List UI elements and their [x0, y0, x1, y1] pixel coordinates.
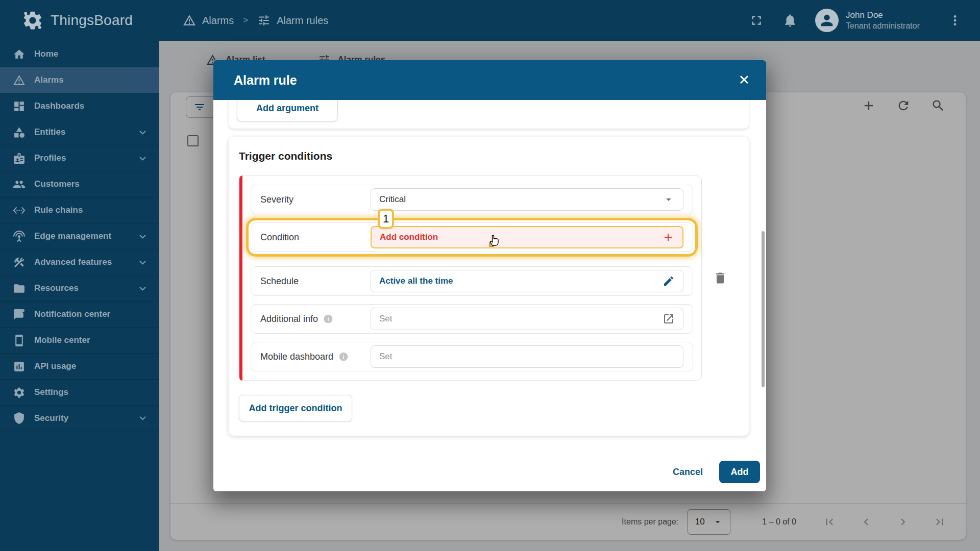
dialog-scrollbar[interactable] — [762, 231, 765, 387]
sidebar-item-settings[interactable]: Settings — [0, 379, 159, 405]
shield-icon — [13, 412, 26, 424]
schedule-row: Schedule Active all the time — [251, 266, 693, 296]
add-trigger-condition-button[interactable]: Add trigger condition — [239, 395, 352, 421]
rule-card: Severity Critical 1 Condition Add c — [239, 176, 702, 381]
open-in-new-icon[interactable] — [663, 313, 675, 325]
breadcrumb-alarm-rules: Alarm rules — [277, 15, 328, 27]
delete-trigger-condition-button[interactable] — [702, 271, 739, 285]
chevron-down-icon — [136, 126, 149, 139]
additional-info-field[interactable]: Set — [371, 308, 683, 330]
category-icon — [13, 126, 26, 139]
arguments-section: Add argument — [229, 100, 749, 129]
info-icon — [323, 314, 333, 324]
severity-select[interactable]: Critical — [371, 188, 683, 211]
dialog-title: Alarm rule — [234, 73, 297, 88]
sidebar-item-rule-chains[interactable]: Rule chains — [0, 197, 159, 223]
people-icon — [13, 178, 26, 191]
additional-info-row: Additional info Set — [251, 304, 693, 334]
trigger-condition-block: Severity Critical 1 Condition Add c — [239, 176, 739, 381]
home-icon — [13, 48, 26, 61]
more-vert-icon[interactable] — [948, 13, 962, 28]
dialog-footer: Cancel Add — [213, 453, 766, 491]
alarm-rule-dialog: Alarm rule ✕ Add argument Trigger condit… — [213, 60, 766, 491]
trash-icon — [713, 271, 727, 285]
badge-icon — [13, 152, 26, 165]
sidebar-item-mobile-center[interactable]: Mobile center — [0, 327, 159, 353]
brand-logo[interactable]: ThingsBoard — [0, 9, 159, 32]
chart-icon — [13, 360, 26, 373]
chevron-down-icon — [136, 152, 149, 165]
thingsboard-app: ThingsBoard Alarms > Alarm rules John Do… — [0, 0, 980, 551]
sidebar-item-notification-center[interactable]: Notification center — [0, 301, 159, 327]
sidebar-item-profiles[interactable]: Profiles — [0, 145, 159, 171]
sidebar-item-home[interactable]: Home — [0, 41, 159, 67]
severity-label: Severity — [260, 194, 371, 205]
trigger-conditions-section: Trigger conditions Severity Critical — [229, 137, 749, 436]
avatar[interactable] — [815, 9, 839, 32]
warning-icon — [13, 74, 26, 87]
construction-icon — [13, 256, 26, 269]
sidebar-item-customers[interactable]: Customers — [0, 171, 159, 197]
user-role: Tenant administrator — [846, 21, 920, 32]
brand-name: ThingsBoard — [51, 12, 133, 29]
severity-row: Severity Critical — [251, 185, 693, 214]
mobile-dashboard-field[interactable]: Set — [371, 345, 683, 368]
person-icon — [818, 12, 836, 29]
breadcrumb: Alarms > Alarm rules — [183, 14, 328, 27]
breadcrumb-separator: > — [243, 15, 248, 26]
add-condition-button[interactable]: Add condition — [371, 226, 683, 248]
warning-icon — [183, 14, 196, 27]
mobile-dashboard-row: Mobile dashboard Set — [251, 342, 693, 371]
user-block[interactable]: John Doe Tenant administrator — [846, 10, 920, 32]
sidebar-item-security[interactable]: Security — [0, 405, 159, 431]
topbar-actions: John Doe Tenant administrator — [730, 9, 980, 32]
antenna-icon — [13, 230, 26, 243]
add-argument-button[interactable]: Add argument — [237, 100, 338, 121]
close-icon[interactable]: ✕ — [738, 73, 750, 87]
annotation-badge: 1 — [378, 209, 394, 229]
sidebar-item-entities[interactable]: Entities — [0, 119, 159, 145]
sidebar-item-resources[interactable]: Resources — [0, 275, 159, 301]
schedule-label: Schedule — [260, 276, 371, 287]
chevron-down-icon — [136, 230, 149, 243]
additional-info-label: Additional info — [260, 314, 371, 324]
top-bar: ThingsBoard Alarms > Alarm rules John Do… — [0, 0, 980, 41]
user-name: John Doe — [846, 10, 920, 21]
schedule-field[interactable]: Active all the time — [371, 270, 683, 292]
dialog-header: Alarm rule ✕ — [213, 60, 766, 100]
fullscreen-icon[interactable] — [749, 13, 764, 28]
chevron-down-icon — [136, 412, 149, 424]
smartphone-icon — [13, 334, 26, 347]
mobile-dashboard-label: Mobile dashboard — [260, 352, 371, 362]
sidebar-item-advanced-features[interactable]: Advanced features — [0, 249, 159, 275]
gear-icon — [13, 386, 26, 399]
folder-icon — [13, 282, 26, 295]
chevron-down-icon — [136, 256, 149, 269]
plus-icon — [662, 231, 674, 243]
thingsboard-logo-icon — [21, 9, 44, 32]
condition-label: Condition — [260, 232, 371, 243]
notifications-bell-icon[interactable] — [782, 13, 798, 28]
dropdown-arrow-icon — [663, 193, 675, 206]
edit-pencil-icon[interactable] — [663, 275, 675, 287]
info-icon — [338, 352, 349, 362]
ethernet-icon — [13, 204, 26, 217]
sidebar-item-edge-management[interactable]: Edge management — [0, 223, 159, 249]
breadcrumb-alarms[interactable]: Alarms — [202, 15, 234, 27]
condition-row: 1 Condition Add condition — [251, 222, 693, 252]
sidebar-item-alarms[interactable]: Alarms — [0, 67, 159, 93]
sidebar-item-api-usage[interactable]: API usage — [0, 353, 159, 379]
tune-icon — [257, 14, 271, 27]
cancel-button[interactable]: Cancel — [664, 461, 712, 483]
chevron-down-icon — [136, 282, 149, 295]
dialog-body: Add argument Trigger conditions Severity… — [213, 100, 766, 453]
notification-icon — [13, 308, 26, 321]
dashboards-icon — [13, 100, 26, 113]
pointer-cursor-icon — [487, 231, 503, 249]
add-button[interactable]: Add — [719, 461, 760, 483]
sidebar: Home Alarms Dashboards Entities Profiles… — [0, 41, 159, 551]
section-title: Trigger conditions — [239, 150, 739, 162]
sidebar-item-dashboards[interactable]: Dashboards — [0, 93, 159, 119]
